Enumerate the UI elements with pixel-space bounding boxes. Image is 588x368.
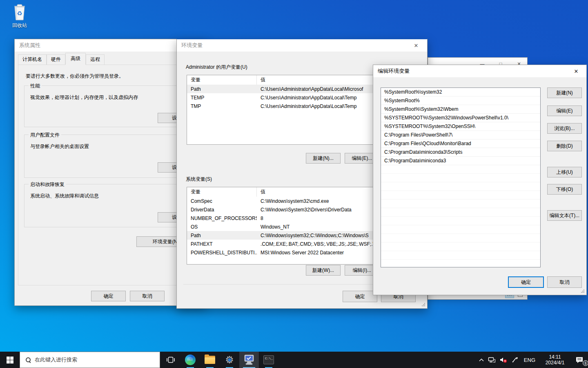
tab-hardware[interactable]: 硬件 xyxy=(47,54,65,65)
taskbar-app-settings[interactable]: ⚙ xyxy=(220,352,239,368)
tray-network[interactable] xyxy=(486,352,497,368)
browse-button[interactable]: 浏览(B)... xyxy=(547,123,582,134)
folder-icon xyxy=(205,356,215,364)
list-item[interactable]: %SYSTEMROOT%\System32\WindowsPowerShell\… xyxy=(381,114,540,122)
terminal-icon: C:\_ xyxy=(263,355,274,364)
user-profiles-desc: 与登录帐户相关的桌面设置 xyxy=(30,143,89,150)
dialog-title: 系统属性 xyxy=(19,42,40,49)
dialog-title: 编辑环境变量 xyxy=(378,67,410,75)
user-profiles-group-label: 用户配置文件 xyxy=(29,132,61,139)
user-profiles-group: 用户配置文件 与登录帐户相关的桌面设置 设置( xyxy=(24,135,200,178)
tab-remote[interactable]: 远程 xyxy=(86,54,105,65)
edge-icon xyxy=(185,355,196,365)
chevron-up-icon xyxy=(479,358,484,361)
network-icon xyxy=(488,357,495,363)
action-center-button[interactable]: 1 xyxy=(571,352,588,368)
svg-text:♻: ♻ xyxy=(17,10,22,17)
taskbar-app-file-explorer[interactable] xyxy=(200,352,220,368)
list-item[interactable]: C:\Program Files\PowerShell\7\ xyxy=(381,131,540,139)
edit-button[interactable]: 编辑(E) xyxy=(547,105,582,116)
edit-text-button[interactable]: 编辑文本(T)... xyxy=(547,210,582,221)
list-item[interactable]: %SystemRoot% xyxy=(381,96,540,105)
tab-computer-name[interactable]: 计算机名 xyxy=(18,54,47,65)
taskbar: 在此键入进行搜索 ⚙ C:\_ xyxy=(0,352,588,368)
admin-note: 要进行大多数更改，你必须作为管理员登录。 xyxy=(26,73,124,80)
speaker-muted-icon xyxy=(499,357,508,363)
cancel-button[interactable]: 取消 xyxy=(547,276,582,288)
tray-show-hidden-icons[interactable] xyxy=(477,352,486,368)
notification-icon xyxy=(575,357,584,364)
user-variables-group-label: Administrator 的用户变量(U) xyxy=(186,64,247,71)
list-item[interactable]: C:\ProgramData\miniconda3\Scripts xyxy=(381,148,540,157)
pen-icon xyxy=(512,357,518,363)
path-entries-list[interactable]: %SystemRoot%\system32 %SystemRoot% %Syst… xyxy=(381,88,541,267)
notification-badge: 1 xyxy=(583,360,588,366)
system-new-button[interactable]: 新建(W)... xyxy=(306,265,341,276)
close-icon[interactable]: ✕ xyxy=(571,67,581,75)
tray-clock[interactable]: 14:11 2024/4/1 xyxy=(539,352,571,368)
close-icon[interactable]: ✕ xyxy=(411,42,421,49)
start-button[interactable] xyxy=(0,352,20,368)
cancel-button[interactable]: 取消 xyxy=(130,291,165,301)
startup-recovery-desc: 系统启动、系统故障和调试信息 xyxy=(30,193,99,200)
tray-language[interactable]: ENG xyxy=(520,352,539,368)
ok-button[interactable]: 确定 xyxy=(343,291,377,302)
tabstrip: 计算机名 硬件 高级 远程 xyxy=(18,56,105,65)
taskbar-app-system-properties[interactable] xyxy=(239,352,259,368)
recycle-bin-shortcut[interactable]: ♻ 回收站 xyxy=(4,3,35,29)
search-icon xyxy=(26,357,31,362)
windows-logo-icon xyxy=(7,357,13,364)
clock-time: 14:11 xyxy=(546,354,565,360)
list-item[interactable]: %SystemRoot%\System32\Wbem xyxy=(381,105,540,114)
startup-recovery-group: 启动和故障恢复 系统启动、系统故障和调试信息 设置( xyxy=(24,184,200,227)
task-view-icon xyxy=(167,357,175,363)
tab-advanced[interactable]: 高级 xyxy=(65,53,86,65)
system-variables-group-label: 系统变量(S) xyxy=(186,176,212,183)
taskbar-app-edge[interactable] xyxy=(180,352,200,368)
edit-environment-variable-dialog[interactable]: 编辑环境变量 ✕ %SystemRoot%\system32 %SystemRo… xyxy=(373,65,587,295)
new-button[interactable]: 新建(N) xyxy=(547,88,582,98)
col-variable[interactable]: 变量 xyxy=(187,75,257,85)
move-down-button[interactable]: 下移(O) xyxy=(547,184,582,195)
ok-button[interactable]: 确定 xyxy=(91,291,126,301)
gear-icon: ⚙ xyxy=(225,355,234,365)
task-view-button[interactable] xyxy=(161,352,180,368)
system-tray: ENG 14:11 2024/4/1 1 xyxy=(477,352,588,368)
user-new-button[interactable]: 新建(N)... xyxy=(306,153,341,164)
ok-button[interactable]: 确定 xyxy=(508,276,544,288)
list-item[interactable]: C:\ProgramData\miniconda3 xyxy=(381,157,540,165)
system-properties-icon xyxy=(243,355,255,365)
resize-grip[interactable] xyxy=(584,292,584,293)
search-placeholder: 在此键入进行搜索 xyxy=(35,356,77,364)
tray-volume[interactable] xyxy=(497,352,510,368)
list-item[interactable]: %SYSTEMROOT%\System32\OpenSSH\ xyxy=(381,122,540,131)
list-item[interactable]: C:\Program Files\QCloud\Monitor\Barad xyxy=(381,139,540,148)
delete-button[interactable]: 删除(D) xyxy=(547,141,582,151)
startup-recovery-group-label: 启动和故障恢复 xyxy=(29,181,66,188)
tray-ink-workspace[interactable] xyxy=(510,352,520,368)
taskbar-search-box[interactable]: 在此键入进行搜索 xyxy=(20,352,160,368)
desktop: { "desktop": { "recycle_bin_label": "回收站… xyxy=(0,0,588,368)
move-up-button[interactable]: 上移(U) xyxy=(547,167,582,177)
recycle-bin-icon: ♻ xyxy=(11,3,28,21)
resize-grip[interactable] xyxy=(424,305,425,306)
list-item[interactable]: %SystemRoot%\system32 xyxy=(381,88,540,96)
dialog-title: 环境变量 xyxy=(181,42,203,49)
recycle-bin-label: 回收站 xyxy=(4,22,35,29)
clock-date: 2024/4/1 xyxy=(546,360,565,366)
performance-desc: 视觉效果，处理器计划，内存使用，以及虚拟内存 xyxy=(30,94,138,101)
performance-group-label: 性能 xyxy=(29,83,42,90)
taskbar-app-terminal[interactable]: C:\_ xyxy=(259,352,278,368)
performance-group: 性能 视觉效果，处理器计划，内存使用，以及虚拟内存 设置( xyxy=(24,85,200,127)
